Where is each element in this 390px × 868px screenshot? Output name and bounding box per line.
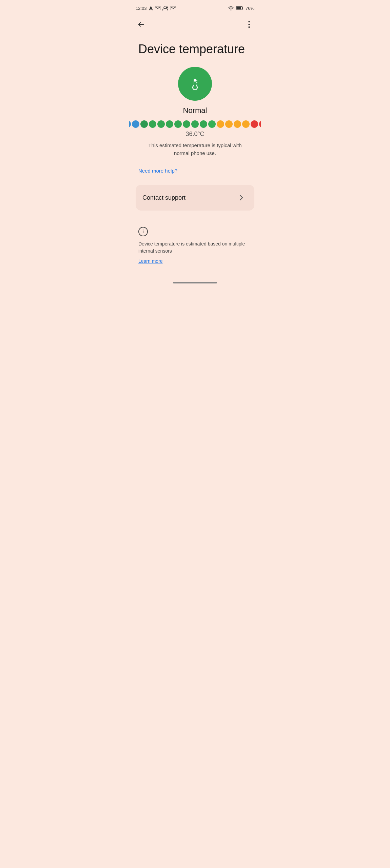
- more-options-button[interactable]: [242, 18, 256, 31]
- navigation-icon: [149, 6, 153, 11]
- svg-rect-2: [171, 6, 176, 10]
- gauge-dot: [166, 120, 173, 128]
- gauge-dot: [200, 120, 207, 128]
- svg-point-5: [248, 21, 250, 22]
- page-title: Device temperature: [129, 34, 261, 67]
- gauge-dot: [140, 120, 148, 128]
- temperature-description: This estimated temperature is typical wi…: [138, 142, 252, 157]
- gauge-dot: [157, 120, 165, 128]
- home-bar: [173, 282, 217, 283]
- info-icon: i: [138, 227, 148, 236]
- svg-point-6: [248, 24, 250, 25]
- top-nav: [129, 15, 261, 34]
- gauge-dot: [191, 120, 199, 128]
- wifi-icon: [228, 6, 234, 11]
- gauge-dot: [149, 120, 156, 128]
- battery-percent: 76%: [246, 6, 254, 11]
- battery-icon: [236, 6, 243, 10]
- temperature-status: Normal: [183, 106, 207, 115]
- more-dots-icon: [248, 21, 250, 28]
- gauge-dot: [132, 120, 139, 128]
- chevron-right-icon: [239, 194, 244, 201]
- svg-rect-4: [236, 7, 241, 9]
- home-indicator: [129, 275, 261, 287]
- gauge-dot: [225, 120, 233, 128]
- gauge-dot: [234, 120, 241, 128]
- contact-support-card[interactable]: Contact support: [136, 185, 254, 211]
- back-arrow-icon: [137, 21, 145, 28]
- info-description: Device temperature is estimated based on…: [138, 240, 252, 255]
- temperature-icon-circle: [178, 67, 212, 101]
- need-more-help-link[interactable]: Need more help?: [138, 168, 177, 174]
- gauge-dot: [174, 120, 182, 128]
- gauge-dot: [259, 120, 261, 128]
- gauge-dot: [251, 120, 258, 128]
- gauge-dot: [129, 120, 131, 128]
- temperature-value: 36.0°C: [186, 131, 204, 138]
- temperature-gauge: [129, 120, 261, 128]
- gauge-dot: [242, 120, 250, 128]
- contact-support-chevron[interactable]: [235, 192, 248, 204]
- info-section: i Device temperature is estimated based …: [129, 224, 261, 275]
- gauge-dot: [183, 120, 190, 128]
- gauge-dot: [208, 120, 216, 128]
- status-bar: 12:03: [129, 0, 261, 15]
- svg-point-7: [248, 26, 250, 28]
- svg-point-11: [193, 86, 197, 90]
- gauge-dot: [217, 120, 224, 128]
- thermometer-icon: [187, 76, 203, 92]
- temperature-section: Normal 36.0°C This estimated temperature…: [129, 67, 261, 157]
- svg-rect-0: [155, 6, 160, 10]
- mail-icon: [155, 6, 160, 10]
- add-person-icon: [162, 6, 169, 11]
- learn-more-link[interactable]: Learn more: [138, 258, 163, 264]
- mail2-icon: [171, 6, 176, 10]
- time-display: 12:03: [136, 6, 147, 11]
- status-right: 76%: [228, 6, 254, 11]
- contact-support-label: Contact support: [142, 194, 186, 201]
- status-left: 12:03: [136, 6, 176, 11]
- help-section: Need more help?: [129, 157, 261, 179]
- back-button[interactable]: [134, 18, 148, 31]
